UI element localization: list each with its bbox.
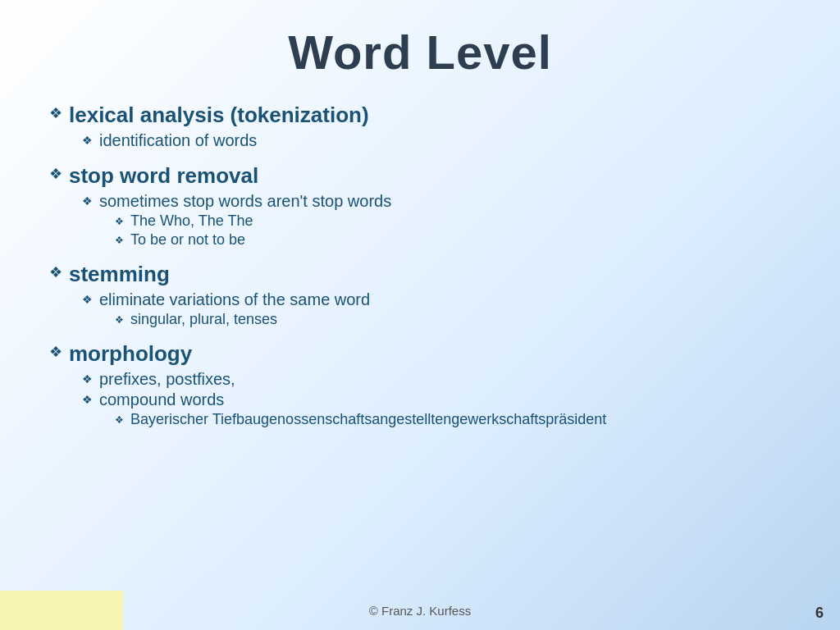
label-thewho: The Who, The The [130, 212, 253, 230]
bullet-l1-stemming: ❖ stemming [49, 262, 791, 287]
diamond-icon-stopword: ❖ [49, 165, 62, 183]
footer: © Franz J. Kurfess 6 [0, 591, 840, 630]
bullet-l1-lexical: ❖ lexical analysis (tokenization) [49, 103, 791, 128]
diamond-icon-thewho: ❖ [115, 216, 124, 227]
diamond-icon-stemming: ❖ [49, 263, 62, 281]
diamond-icon-morphology: ❖ [49, 343, 62, 361]
bullet-l3-thewho: ❖ The Who, The The [115, 212, 791, 230]
label-identification: identification of words [99, 131, 257, 150]
slide-title: Word Level [49, 25, 791, 80]
diamond-icon-tobe: ❖ [115, 235, 124, 246]
diamond-icon-identification: ❖ [82, 134, 93, 147]
label-lexical: lexical analysis (tokenization) [69, 103, 369, 128]
slide: Word Level ❖ lexical analysis (tokenizat… [0, 0, 840, 630]
diamond-icon-bayerischer: ❖ [115, 414, 124, 426]
label-tobe: To be or not to be [130, 231, 245, 249]
label-stemming: stemming [69, 262, 170, 287]
label-sometimes: sometimes stop words aren't stop words [99, 192, 391, 211]
footer-left-decoration [0, 591, 123, 630]
section-stemming: ❖ stemming ❖ eliminate variations of the… [49, 262, 791, 330]
section-lexical: ❖ lexical analysis (tokenization) ❖ iden… [49, 103, 791, 152]
label-eliminate: eliminate variations of the same word [99, 290, 370, 309]
label-singular: singular, plural, tenses [130, 311, 277, 328]
diamond-icon-singular: ❖ [115, 314, 124, 326]
bullet-l1-morphology: ❖ morphology [49, 341, 791, 367]
bullet-l2-sometimes: ❖ sometimes stop words aren't stop words [82, 192, 791, 211]
bullet-l2-eliminate: ❖ eliminate variations of the same word [82, 290, 791, 309]
diamond-icon-compound: ❖ [82, 393, 93, 406]
bullet-l1-stopword: ❖ stop word removal [49, 163, 791, 189]
diamond-icon-lexical: ❖ [49, 104, 62, 122]
label-prefixes: prefixes, postfixes, [99, 370, 235, 389]
diamond-icon-sometimes: ❖ [82, 194, 93, 208]
content-area: ❖ lexical analysis (tokenization) ❖ iden… [49, 103, 791, 581]
diamond-icon-prefixes: ❖ [82, 372, 93, 386]
label-morphology: morphology [69, 341, 192, 367]
footer-page-number: 6 [815, 605, 824, 622]
bullet-l2-identification: ❖ identification of words [82, 131, 791, 150]
bullet-l2-prefixes: ❖ prefixes, postfixes, [82, 370, 791, 389]
bullet-l3-singular: ❖ singular, plural, tenses [115, 311, 791, 328]
bullet-l3-tobe: ❖ To be or not to be [115, 231, 791, 249]
section-morphology: ❖ morphology ❖ prefixes, postfixes, ❖ co… [49, 341, 791, 430]
label-compound: compound words [99, 390, 224, 409]
bullet-l2-compound: ❖ compound words [82, 390, 791, 409]
label-bayerischer: Bayerischer Tiefbaugenossenschaftsangest… [130, 411, 606, 428]
diamond-icon-eliminate: ❖ [82, 293, 93, 306]
label-stopword: stop word removal [69, 163, 258, 189]
bullet-l3-bayerischer: ❖ Bayerischer Tiefbaugenossenschaftsange… [115, 411, 791, 428]
section-stopword: ❖ stop word removal ❖ sometimes stop wor… [49, 163, 791, 250]
footer-copyright: © Franz J. Kurfess [369, 604, 471, 618]
